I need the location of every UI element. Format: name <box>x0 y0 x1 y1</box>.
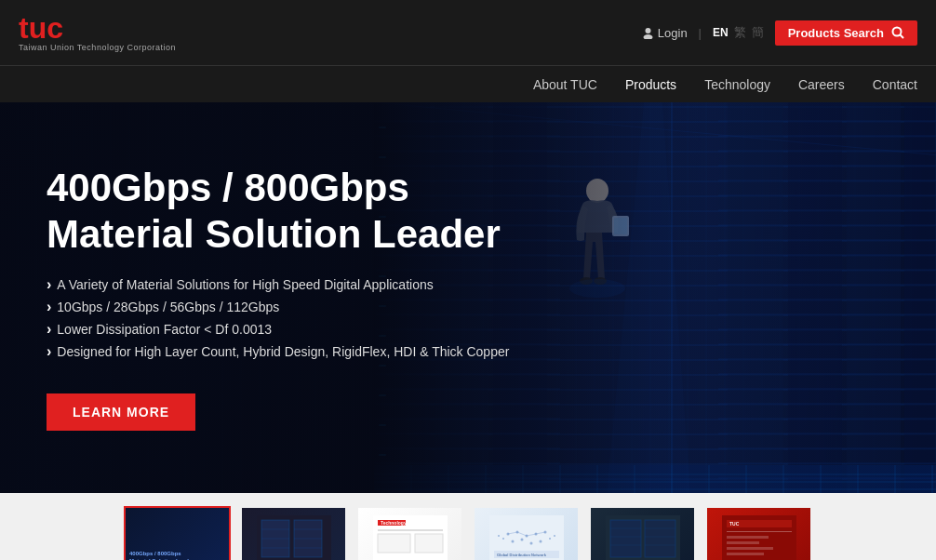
thumb-5-svg <box>606 515 680 560</box>
logo-area: tuc Taiwan Union Technology Corporation <box>19 13 176 52</box>
svg-text:Global Distribution Network: Global Distribution Network <box>497 553 547 557</box>
thumbnail-6[interactable]: TUC <box>705 506 812 560</box>
svg-point-128 <box>554 535 555 537</box>
svg-rect-113 <box>378 529 443 531</box>
thumb-2-svg <box>257 515 331 560</box>
svg-point-123 <box>520 539 523 541</box>
svg-point-2 <box>893 28 902 36</box>
svg-point-126 <box>502 538 504 540</box>
thumbnails-row: 400Gbps / 800GbpsMaterial Solution Leade… <box>0 493 936 560</box>
thumb-3-svg: Technology <box>373 515 448 560</box>
lang-divider1: 繁 <box>734 24 746 41</box>
thumbnail-4[interactable]: Global Distribution Network <box>473 506 580 560</box>
learn-more-button[interactable]: LEARN MORE <box>47 393 195 431</box>
lang-en[interactable]: EN <box>713 26 729 39</box>
hero-section: 400Gbps / 800Gbps Material Solution Lead… <box>0 102 936 493</box>
thumb-5-inner <box>591 508 694 560</box>
nav-item-about[interactable]: About TUC <box>533 70 597 100</box>
svg-rect-137 <box>610 520 641 557</box>
thumb-1-label: 400Gbps / 800GbpsMaterial Solution Leade… <box>129 551 194 560</box>
svg-point-125 <box>539 540 542 543</box>
thumb-6-svg: TUC <box>722 515 796 560</box>
svg-point-127 <box>549 538 551 540</box>
thumb-4-inner: Global Distribution Network <box>475 508 578 560</box>
svg-rect-138 <box>645 520 675 557</box>
hero-bullet-4: Designed for High Layer Count, Hybrid De… <box>47 343 889 360</box>
svg-text:Technology: Technology <box>381 520 407 526</box>
svg-rect-114 <box>378 534 410 553</box>
svg-point-1 <box>643 34 652 39</box>
logo-tuc-text: tuc <box>19 11 63 45</box>
thumb-6-inner: TUC <box>707 508 810 560</box>
thumbnail-3[interactable]: Technology <box>356 506 463 560</box>
hero-bullets: A Variety of Material Solutions for High… <box>47 276 889 366</box>
thumb-3-inner: Technology <box>358 508 461 560</box>
login-label: Login <box>658 26 688 40</box>
thumbnail-5[interactable] <box>589 506 696 560</box>
hero-bullet-2: 10Gbps / 28Gbps / 56Gbps / 112Gbps <box>47 299 889 315</box>
nav-item-contact[interactable]: Contact <box>873 70 917 100</box>
lang-divider2: 簡 <box>752 24 764 41</box>
header: tuc Taiwan Union Technology Corporation … <box>0 0 936 65</box>
svg-rect-148 <box>727 531 792 532</box>
svg-rect-149 <box>727 536 769 539</box>
svg-point-122 <box>511 540 514 543</box>
search-icon <box>891 26 904 39</box>
nav-item-careers[interactable]: Careers <box>798 70 845 100</box>
hero-title-line2: Material Solution Leader <box>47 212 501 256</box>
svg-rect-151 <box>727 547 773 550</box>
nav-item-technology[interactable]: Technology <box>704 70 770 100</box>
thumbnail-2[interactable] <box>240 506 347 560</box>
search-button[interactable]: Products Search <box>775 20 917 46</box>
svg-rect-152 <box>727 553 764 555</box>
hero-title-line1: 400Gbps / 800Gbps <box>47 166 409 209</box>
svg-point-129 <box>498 535 500 537</box>
svg-point-124 <box>529 542 532 545</box>
thumb-2-inner <box>242 508 345 560</box>
logo[interactable]: tuc <box>19 13 176 43</box>
nav-bar: About TUC Products Technology Careers Co… <box>0 65 936 102</box>
hero-bullet-3: Lower Dissipation Factor < Df 0.0013 <box>47 321 889 338</box>
thumb-4-svg: Global Distribution Network <box>489 515 564 560</box>
svg-rect-150 <box>727 541 759 544</box>
svg-point-0 <box>645 28 650 33</box>
header-divider: | <box>699 26 702 40</box>
logo-tagline: Taiwan Union Technology Corporation <box>19 43 176 52</box>
hero-title: 400Gbps / 800Gbps Material Solution Lead… <box>47 165 889 259</box>
hero-bullet-1: A Variety of Material Solutions for High… <box>47 276 889 293</box>
svg-rect-115 <box>415 534 443 553</box>
header-right: Login | EN 繁 簡 Products Search <box>642 20 917 46</box>
hero-content: 400Gbps / 800Gbps Material Solution Lead… <box>0 102 936 493</box>
login-button[interactable]: Login <box>642 26 688 40</box>
svg-line-3 <box>901 35 904 39</box>
user-icon <box>642 27 654 39</box>
svg-text:TUC: TUC <box>729 521 740 527</box>
nav-item-products[interactable]: Products <box>625 70 676 100</box>
thumbnail-1[interactable]: 400Gbps / 800GbpsMaterial Solution Leade… <box>124 506 231 560</box>
thumb-1-inner: 400Gbps / 800GbpsMaterial Solution Leade… <box>126 508 229 560</box>
search-button-label: Products Search <box>788 26 884 40</box>
lang-links: EN 繁 簡 <box>713 24 764 41</box>
